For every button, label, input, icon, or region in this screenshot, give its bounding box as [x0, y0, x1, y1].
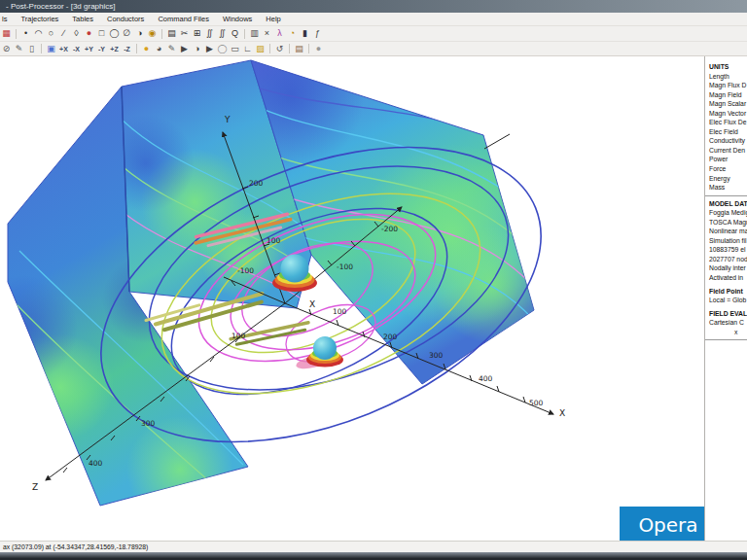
- z-tick-300: 300: [141, 419, 156, 428]
- play-icon[interactable]: ▶: [178, 43, 191, 55]
- panel-row: Conductivity: [709, 136, 747, 146]
- function-icon[interactable]: ƒ: [311, 27, 324, 40]
- toolbar-separator: [269, 44, 270, 53]
- trajectory-icon[interactable]: λ: [273, 27, 286, 40]
- y-tick-200: 200: [249, 179, 264, 188]
- x-tick-200: 200: [383, 332, 398, 341]
- view-minus-z-button[interactable]: -Z: [121, 46, 133, 52]
- panel-row: Magn Vector: [709, 109, 747, 119]
- x-tick-300: 300: [429, 351, 444, 360]
- menu-item-windows[interactable]: Windows: [216, 15, 259, 23]
- ring-icon[interactable]: ◯: [216, 43, 229, 55]
- point-icon[interactable]: •: [19, 27, 32, 40]
- view-minus-x-button[interactable]: -X: [70, 46, 83, 52]
- menu-bar: ls Trajectories Tables Conductors Comman…: [0, 13, 747, 26]
- panel-row: 2027707 nod: [709, 255, 747, 264]
- application-window: - Post-Processor - [3d graphics] ls Traj…: [0, 0, 747, 560]
- annotate-icon[interactable]: ✎: [165, 43, 178, 55]
- info-panel: UNITS Length Magn Flux D Magn Field Magn…: [704, 56, 747, 541]
- panel-row: Simulation fil: [709, 236, 747, 246]
- panel-row: Local = Glob: [709, 296, 747, 305]
- clipboard-icon[interactable]: ▤: [165, 27, 178, 40]
- page-icon[interactable]: ▯: [25, 43, 38, 55]
- volume-integral-icon[interactable]: ∬: [216, 27, 229, 40]
- palette-icon[interactable]: ▦: [0, 27, 13, 40]
- arc-icon[interactable]: ◠: [32, 27, 45, 40]
- lasso-icon[interactable]: ↺: [273, 43, 286, 55]
- panel-row: Activated in: [709, 273, 747, 283]
- panel-row: Elec Field: [709, 127, 747, 137]
- pencil-icon[interactable]: ✎: [13, 43, 25, 55]
- x-tick-100: 100: [333, 307, 347, 316]
- toolbar-separator: [289, 44, 290, 53]
- notes-icon[interactable]: ▥: [248, 27, 261, 40]
- menu-item-help[interactable]: Help: [259, 15, 287, 23]
- menu-item-tables[interactable]: Tables: [65, 15, 100, 23]
- scissors-icon[interactable]: ✂: [178, 27, 191, 40]
- view-minus-y-button[interactable]: -Y: [95, 46, 108, 52]
- corner-icon[interactable]: ∟: [241, 43, 254, 55]
- neg-x-tick-100: -100: [237, 266, 254, 275]
- window-icon[interactable]: ⊞: [191, 27, 203, 40]
- ellipse-icon[interactable]: ∅: [121, 27, 133, 40]
- panel-row: 10883759 el: [709, 245, 747, 255]
- line-icon[interactable]: ∕: [57, 27, 70, 40]
- status-bar: ax (32073.09) at (-54.34347,28.41569,-18…: [0, 541, 747, 552]
- view-plus-x-button[interactable]: +X: [57, 46, 70, 52]
- y-axis-label: Y: [224, 115, 231, 124]
- toolbar-separator: [308, 44, 309, 53]
- cylinder-icon[interactable]: ◯: [108, 27, 121, 40]
- surface-integral-icon[interactable]: ∬: [203, 27, 216, 40]
- panel-row: Foggia Medig: [709, 208, 747, 218]
- contrast-icon[interactable]: ◑: [191, 43, 203, 55]
- vector-icon[interactable]: ×: [261, 27, 273, 40]
- erase-icon[interactable]: ⊘: [0, 43, 13, 55]
- z-axis-label: Z: [32, 482, 38, 492]
- x-axis-label-near: X: [309, 299, 315, 309]
- x-axis-label: X: [559, 408, 565, 418]
- panel-row: TOSCA Magn: [709, 218, 747, 228]
- status-coordinates: ax (32073.09) at (-54.34347,28.41569,-18…: [3, 543, 148, 550]
- toolbar-row-1: ▦ • ◠ ○ ∕ ◊ ● □ ◯ ∅ ◑ ◉ ▤ ✂ ⊞ ∬ ∬ Q ▥ × …: [0, 26, 747, 42]
- panel-row: Force: [709, 164, 747, 174]
- patch-icon[interactable]: ◊: [70, 27, 83, 40]
- view-plus-y-button[interactable]: +Y: [83, 46, 95, 52]
- panel-row: Energy: [709, 174, 747, 184]
- toolbar-separator: [136, 44, 137, 53]
- panel-section-title: MODEL DAT: [709, 199, 747, 209]
- circle-icon[interactable]: ○: [45, 27, 57, 40]
- panel-row: Magn Flux D: [709, 81, 747, 90]
- toolbar-separator: [244, 29, 245, 39]
- view-plus-z-button[interactable]: +Z: [108, 46, 121, 52]
- panel-row: Nodally inter: [709, 263, 747, 273]
- panel-row: Length: [709, 72, 747, 82]
- toolbar-separator: [41, 44, 42, 53]
- 3d-viewport: Y 100 200 X X 100 200 300 400 500 Z 100 …: [0, 56, 704, 541]
- opera-logo-text: Opera: [638, 513, 697, 537]
- panel-row: Elec Flux De: [709, 118, 747, 127]
- stamp-icon[interactable]: ▤: [293, 43, 305, 55]
- search-icon[interactable]: Q: [229, 27, 241, 40]
- chart-icon[interactable]: ▨: [254, 43, 267, 55]
- panel-row: Cartesian C: [709, 318, 747, 328]
- menu-item-trajectories[interactable]: Trajectories: [14, 15, 65, 23]
- bullseye-icon[interactable]: ◉: [146, 27, 159, 40]
- bars-icon[interactable]: ▮: [299, 27, 311, 40]
- shade-icon[interactable]: ◑: [133, 27, 146, 40]
- sphere-icon[interactable]: ●: [83, 27, 95, 40]
- x-tick-500: 500: [529, 399, 544, 407]
- 3d-graphics-canvas[interactable]: Y 100 200 X X 100 200 300 400 500 Z 100 …: [0, 56, 704, 541]
- opera-logo: Opera: [620, 507, 704, 541]
- clock-icon[interactable]: ◔: [286, 27, 299, 40]
- menu-item-partial[interactable]: ls: [0, 15, 14, 23]
- box-icon[interactable]: □: [95, 27, 108, 40]
- menu-item-command-files[interactable]: Command Files: [151, 15, 216, 23]
- play-alt-icon[interactable]: ▶: [203, 43, 216, 55]
- menu-item-conductors[interactable]: Conductors: [100, 15, 151, 23]
- shaded-sphere-icon[interactable]: ●: [140, 43, 153, 55]
- title-bar[interactable]: - Post-Processor - [3d graphics]: [0, 0, 747, 13]
- viewport-icon[interactable]: ▣: [45, 43, 57, 55]
- frame-icon[interactable]: ▭: [229, 43, 241, 55]
- wire-sphere-icon[interactable]: ◕: [153, 43, 165, 55]
- record-icon[interactable]: ●: [312, 43, 325, 55]
